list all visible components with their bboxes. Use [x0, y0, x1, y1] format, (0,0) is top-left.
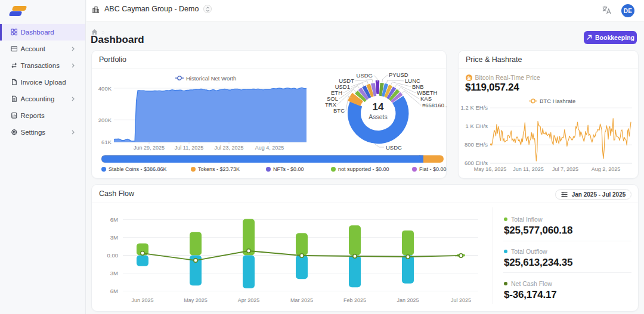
svg-text:Historical Net Worth: Historical Net Worth	[186, 75, 236, 82]
svg-text:Feb 2025: Feb 2025	[343, 297, 366, 303]
svg-text:600 EH/s: 600 EH/s	[465, 160, 488, 166]
svg-text:$119,057.24: $119,057.24	[465, 82, 519, 93]
svg-text:Jun 11, 2025: Jun 11, 2025	[513, 166, 543, 172]
svg-text:BTC: BTC	[333, 107, 345, 114]
svg-text:Aug 4, 2025: Aug 4, 2025	[255, 145, 284, 151]
svg-text:Jul 11, 2025: Jul 11, 2025	[175, 145, 203, 151]
svg-text:BNB: BNB	[412, 83, 424, 90]
svg-text:TRX: TRX	[325, 101, 337, 108]
svg-text:May 16, 2025: May 16, 2025	[474, 166, 507, 172]
svg-text:3M: 3M	[110, 234, 118, 241]
svg-text:USDG: USDG	[357, 72, 373, 79]
svg-text:Jun 2025: Jun 2025	[131, 297, 153, 303]
svg-text:Jul 2025: Jul 2025	[451, 297, 471, 303]
svg-text:400K: 400K	[98, 85, 112, 92]
svg-text:1 K EH/s: 1 K EH/s	[466, 123, 488, 129]
svg-text:14: 14	[373, 101, 384, 113]
svg-text:200K: 200K	[98, 117, 112, 123]
svg-text:#658160...: #658160...	[422, 102, 447, 108]
svg-text:BTC Hashrate: BTC Hashrate	[540, 98, 575, 104]
svg-text:USDC: USDC	[386, 144, 402, 151]
svg-text:USD1: USD1	[335, 83, 350, 90]
svg-text:1.2 K EH/s: 1.2 K EH/s	[461, 104, 488, 111]
svg-text:Bitcoin Real-Time Price: Bitcoin Real-Time Price	[475, 74, 540, 81]
svg-text:Jul 7, 2025: Jul 7, 2025	[552, 166, 578, 172]
svg-text:Jun 29, 2025: Jun 29, 2025	[134, 145, 165, 151]
svg-text:Jan 2025: Jan 2025	[397, 297, 419, 303]
svg-text:6M: 6M	[110, 288, 118, 294]
svg-text:Mar 2025: Mar 2025	[290, 297, 313, 303]
svg-text:Assets: Assets	[369, 113, 388, 120]
svg-text:Apr 2025: Apr 2025	[238, 297, 260, 303]
svg-text:₿: ₿	[467, 76, 471, 81]
svg-text:800 EH/s: 800 EH/s	[465, 141, 488, 148]
svg-text:0.00: 0.00	[107, 252, 119, 259]
svg-text:USDT: USDT	[339, 77, 354, 84]
svg-text:6M: 6M	[110, 216, 118, 223]
svg-text:ETH: ETH	[331, 89, 342, 96]
svg-text:Aug 2, 2025: Aug 2, 2025	[592, 166, 621, 172]
svg-text:SOL: SOL	[327, 95, 338, 102]
svg-text:61K: 61K	[101, 139, 112, 145]
svg-text:Jul 23, 2025: Jul 23, 2025	[214, 145, 243, 151]
svg-text:May 2025: May 2025	[184, 297, 208, 303]
svg-text:KAS: KAS	[420, 95, 432, 102]
svg-text:3M: 3M	[110, 270, 118, 276]
